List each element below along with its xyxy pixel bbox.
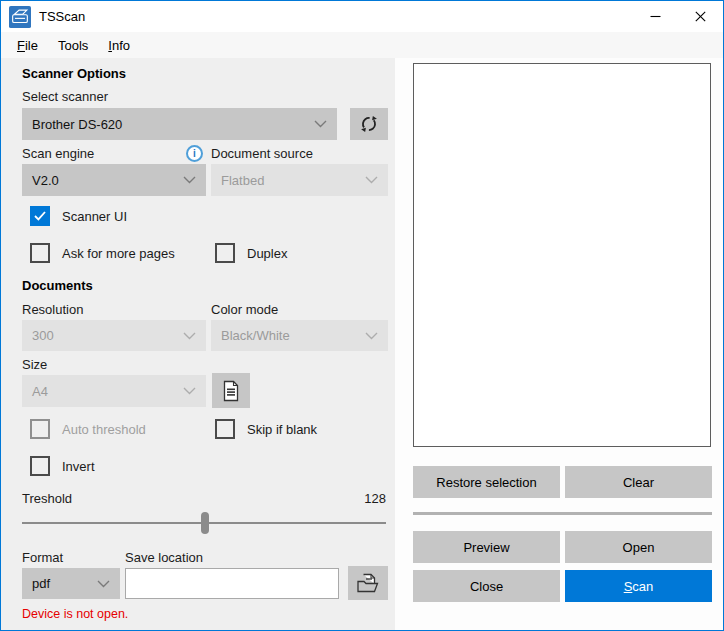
menu-tools[interactable]: Tools xyxy=(48,35,98,56)
checkbox-checked xyxy=(30,206,50,226)
clear-button[interactable]: Clear xyxy=(565,466,712,498)
chevron-down-icon xyxy=(314,120,327,128)
info-icon[interactable]: i xyxy=(186,145,203,162)
size-label: Size xyxy=(22,357,47,372)
resolution-label: Resolution xyxy=(22,302,83,317)
checkbox-unchecked xyxy=(30,243,50,263)
auto-threshold-checkbox: Auto threshold xyxy=(30,419,146,439)
refresh-scanners-button[interactable] xyxy=(350,108,388,140)
checkmark-icon xyxy=(34,211,46,221)
document-icon xyxy=(222,380,240,402)
button-separator xyxy=(413,512,712,515)
settings-panel: Scanner Options Select scanner Brother D… xyxy=(1,58,395,630)
threshold-label: Treshold xyxy=(22,491,72,506)
checkbox-unchecked xyxy=(215,419,235,439)
menu-file[interactable]: File xyxy=(7,35,48,56)
preview-panel: Restore selection Clear Preview Open Clo… xyxy=(395,58,723,630)
close-button[interactable] xyxy=(678,1,723,32)
scanner-ui-checkbox[interactable]: Scanner UI xyxy=(30,206,127,226)
menu-info[interactable]: Info xyxy=(98,35,140,56)
scan-engine-label: Scan engine xyxy=(22,146,94,161)
format-label: Format xyxy=(22,550,63,565)
document-source-label: Document source xyxy=(211,146,313,161)
status-message: Device is not open. xyxy=(22,607,128,621)
checkbox-unchecked xyxy=(30,419,50,439)
scanner-select[interactable]: Brother DS-620 xyxy=(22,108,337,140)
auto-threshold-label: Auto threshold xyxy=(62,422,146,437)
chevron-down-icon xyxy=(365,332,378,340)
save-location-label: Save location xyxy=(125,550,203,565)
color-mode-label: Color mode xyxy=(211,302,278,317)
size-select: A4 xyxy=(22,375,206,407)
invert-checkbox[interactable]: Invert xyxy=(30,456,95,476)
duplex-label: Duplex xyxy=(247,246,287,261)
tsscan-window: TSScan File Tools Info Scanner Options S… xyxy=(0,0,724,631)
close-icon xyxy=(695,11,706,22)
threshold-value: 128 xyxy=(364,491,386,506)
checkbox-unchecked xyxy=(30,456,50,476)
ask-more-pages-label: Ask for more pages xyxy=(62,246,175,261)
menu-bar: File Tools Info xyxy=(1,32,723,58)
checkbox-unchecked xyxy=(215,243,235,263)
select-scanner-label: Select scanner xyxy=(22,89,108,104)
scan-engine-select[interactable]: V2.0 xyxy=(22,164,206,196)
chevron-down-icon xyxy=(183,332,196,340)
title-bar: TSScan xyxy=(1,1,723,32)
close-button-action[interactable]: Close xyxy=(413,570,560,602)
threshold-slider-thumb[interactable] xyxy=(201,512,209,534)
color-mode-select: Black/White xyxy=(211,320,388,351)
resolution-select: 300 xyxy=(22,320,206,351)
folder-document-icon xyxy=(356,573,380,593)
scanner-ui-label: Scanner UI xyxy=(62,209,127,224)
preview-button[interactable]: Preview xyxy=(413,531,560,563)
chevron-down-icon xyxy=(97,580,110,588)
open-button[interactable]: Open xyxy=(565,531,712,563)
documents-header: Documents xyxy=(22,278,93,293)
window-title: TSScan xyxy=(39,9,85,24)
ask-more-pages-checkbox[interactable]: Ask for more pages xyxy=(30,243,175,263)
document-source-select: Flatbed xyxy=(211,164,388,196)
invert-label: Invert xyxy=(62,459,95,474)
scan-button[interactable]: Scan xyxy=(565,570,712,602)
skip-if-blank-checkbox[interactable]: Skip if blank xyxy=(215,419,317,439)
duplex-checkbox[interactable]: Duplex xyxy=(215,243,287,263)
chevron-down-icon xyxy=(365,176,378,184)
chevron-down-icon xyxy=(183,176,196,184)
chevron-down-icon xyxy=(183,387,196,395)
restore-selection-button[interactable]: Restore selection xyxy=(413,466,560,498)
skip-if-blank-label: Skip if blank xyxy=(247,422,317,437)
browse-save-location-button[interactable] xyxy=(348,566,388,600)
format-select[interactable]: pdf xyxy=(22,568,120,599)
minimize-icon xyxy=(650,11,661,22)
save-location-input[interactable] xyxy=(125,568,339,599)
refresh-icon xyxy=(358,113,380,135)
scanner-options-header: Scanner Options xyxy=(22,66,126,81)
minimize-button[interactable] xyxy=(633,1,678,32)
scanner-app-icon xyxy=(9,6,31,28)
page-size-button[interactable] xyxy=(212,373,250,408)
scan-preview-area[interactable] xyxy=(413,63,711,447)
